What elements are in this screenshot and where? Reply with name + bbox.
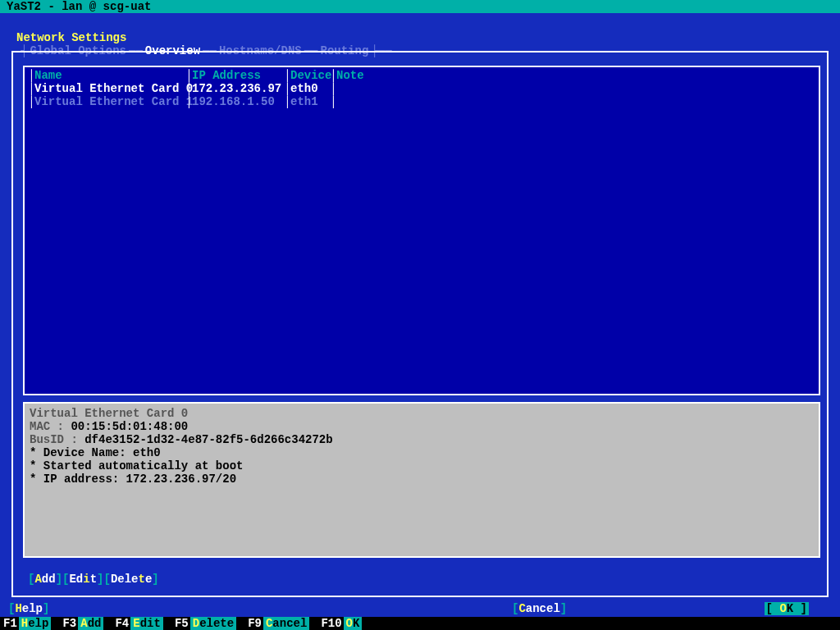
fkey-f5[interactable]: F5Delete [171,617,236,630]
table-header: │ Name │ IP Address │ Device │ Note [28,69,369,82]
table-row[interactable]: │ Virtual Ethernet Card 0 │ 172.23.236.9… [28,82,369,95]
interface-detail: Virtual Ethernet Card 0 MAC : 00:15:5d:0… [23,402,820,558]
help-button[interactable]: [Help] [8,602,49,615]
interface-table[interactable]: │ Name │ IP Address │ Device │ Note │ Vi… [23,66,820,395]
detail-busid-label: BusID : [30,433,84,446]
fkey-label: Help [19,617,52,630]
fkey-num: F9 [244,617,263,630]
fkey-num: F5 [171,617,190,630]
fkey-label: Delete [190,617,236,630]
detail-title: Virtual Ethernet Card 0 [30,407,814,420]
cancel-button[interactable]: [Cancel] [512,602,567,615]
app: Network Settings ┤ Global Options ── Ove… [0,13,840,617]
fkey-label: OK [344,617,363,630]
table-row[interactable]: │ Virtual Ethernet Card 1 │ 192.168.1.50… [28,95,369,108]
detail-mac-label: MAC : [30,420,71,433]
fkey-f10[interactable]: F10OK [317,617,362,630]
fkey-num: F1 [0,617,19,630]
detail-mac: 00:15:5d:01:48:00 [71,420,188,433]
col-ip: IP Address [192,69,284,82]
fkey-num: F10 [317,617,343,630]
ok-button[interactable]: [ OK ] [765,602,809,615]
col-note: Note [336,69,369,82]
page-title: Network Settings [16,31,126,44]
fkey-label: Cancel [263,617,309,630]
add-button[interactable]: Add [34,573,55,586]
fkey-label: Add [78,617,103,630]
crud-buttons: [Add][Edit][Delete] [28,573,159,586]
fkey-f3[interactable]: F3Add [59,617,103,630]
fkey-bar: F1HelpF3AddF4EditF5DeleteF9CancelF10OK [0,617,840,630]
detail-boot: * Started automatically at boot [30,459,814,472]
col-name: Name [34,69,185,82]
delete-button[interactable]: Delete [111,573,152,586]
fkey-label: Edit [130,617,163,630]
fkey-f4[interactable]: F4Edit [112,617,162,630]
detail-ip: * IP address: 172.23.236.97/20 [30,472,814,486]
detail-busid: df4e3152-1d32-4e87-82f5-6d266c34272b [84,433,332,446]
detail-device-name: * Device Name: eth0 [30,446,814,459]
col-device: Device [290,69,330,82]
titlebar: YaST2 - lan @ scg-uat [0,0,840,13]
fkey-num: F4 [112,617,130,630]
bottom-buttons: [Help] [Cancel] [ OK ] [8,602,812,615]
edit-button[interactable]: Edit [69,573,97,586]
fkey-num: F3 [59,617,78,630]
fkey-f1[interactable]: F1Help [0,617,51,630]
fkey-f9[interactable]: F9Cancel [244,617,309,630]
main-frame: │ Name │ IP Address │ Device │ Note │ Vi… [11,51,829,597]
